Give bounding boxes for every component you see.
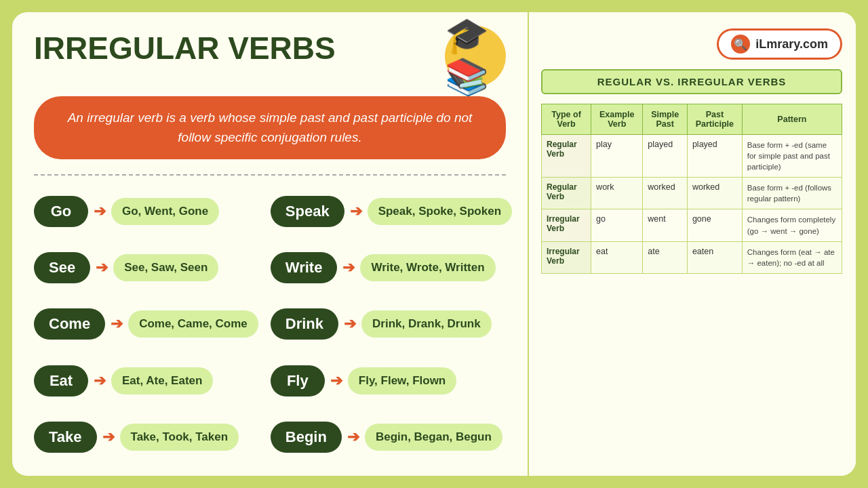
arrow-icon: ➔ — [342, 259, 355, 277]
col-type: Type of Verb — [542, 104, 591, 135]
verb-row: See ➔ See, Saw, Seen — [34, 243, 258, 292]
left-panel: IRREGULAR VERBS 🎓📚 An irregular verb is … — [12, 12, 528, 476]
arrow-icon: ➔ — [111, 315, 123, 333]
right-header-row: 🔍 iLmrary.com — [541, 28, 842, 60]
page-title: IRREGULAR VERBS — [34, 31, 336, 66]
verb-see: See — [34, 252, 90, 283]
cell-past-participle-1: played — [687, 135, 742, 178]
verb-forms-drink: Drink, Drank, Drunk — [361, 310, 492, 338]
title-block: IRREGULAR VERBS — [34, 31, 336, 66]
col-simple-past: Simple Past — [643, 104, 688, 135]
divider — [34, 174, 506, 176]
verb-row: Take ➔ Take, Took, Taken — [34, 413, 258, 462]
cell-example-3: go — [591, 209, 643, 241]
cell-type-3: Irregular Verb — [542, 209, 591, 241]
verb-forms-take: Take, Took, Taken — [120, 424, 239, 451]
verb-eat: Eat — [34, 365, 88, 396]
verb-forms-begin: Begin, Began, Begun — [365, 424, 502, 451]
table-row: Irregular Verb go went gone Changes form… — [542, 209, 842, 241]
right-panel: 🔍 iLmrary.com REGULAR VS. IRREGULAR VERB… — [528, 12, 856, 476]
cell-simple-past-3: went — [643, 209, 688, 241]
cell-past-participle-2: worked — [687, 178, 742, 209]
table-row: Regular Verb play played played Base for… — [542, 135, 842, 178]
verb-forms-eat: Eat, Ate, Eaten — [111, 367, 213, 394]
cell-example-4: eat — [591, 241, 643, 273]
arrow-icon: ➔ — [347, 428, 359, 446]
cell-type-1: Regular Verb — [542, 135, 591, 178]
col-past-participle: Past Participle — [687, 104, 742, 135]
cell-simple-past-2: worked — [643, 178, 688, 209]
verb-row: Begin ➔ Begin, Began, Begun — [271, 413, 512, 462]
verb-forms-go: Go, Went, Gone — [111, 198, 219, 225]
cell-type-4: Irregular Verb — [542, 241, 591, 273]
verb-forms-write: Write, Wrote, Written — [360, 254, 495, 281]
main-card: IRREGULAR VERBS 🎓📚 An irregular verb is … — [12, 12, 856, 476]
verb-row: Go ➔ Go, Went, Gone — [34, 186, 258, 236]
cell-pattern-4: Changes form (eat → ate → eaten); no -ed… — [742, 241, 842, 273]
col-example: Example Verb — [591, 104, 643, 135]
arrow-icon: ➔ — [350, 203, 362, 220]
mascot-icon: 🎓📚 — [445, 26, 506, 87]
definition-box: An irregular verb is a verb whose simple… — [34, 96, 506, 159]
cell-example-1: play — [591, 135, 643, 178]
arrow-icon: ➔ — [102, 428, 115, 446]
verb-forms-see: See, Saw, Seen — [113, 254, 218, 281]
table-header-row: Type of Verb Example Verb Simple Past Pa… — [542, 104, 842, 135]
verb-forms-come: Come, Came, Come — [128, 310, 258, 338]
brand-text: iLmrary.com — [755, 37, 828, 52]
table-row: Regular Verb work worked worked Base for… — [542, 178, 842, 209]
cell-simple-past-1: played — [643, 135, 688, 178]
cell-past-participle-4: eaten — [687, 241, 742, 273]
cell-past-participle-3: gone — [687, 209, 742, 241]
cell-pattern-3: Changes form completely (go → went → gon… — [742, 209, 842, 241]
table-row: Irregular Verb eat ate eaten Changes for… — [542, 241, 842, 273]
verb-grid: Go ➔ Go, Went, Gone Speak ➔ Speak, Spoke… — [34, 186, 506, 462]
arrow-icon: ➔ — [94, 203, 106, 220]
arrow-icon: ➔ — [96, 259, 108, 277]
definition-text: An irregular verb is a verb whose simple… — [68, 110, 473, 144]
verb-comparison-table: Type of Verb Example Verb Simple Past Pa… — [541, 104, 842, 274]
cell-simple-past-4: ate — [643, 241, 688, 273]
verb-forms-fly: Fly, Flew, Flown — [348, 367, 456, 394]
verb-fly: Fly — [271, 365, 325, 396]
verb-begin: Begin — [271, 422, 342, 453]
search-icon: 🔍 — [731, 35, 750, 54]
verb-forms-speak: Speak, Spoke, Spoken — [368, 198, 512, 225]
arrow-icon: ➔ — [344, 315, 356, 333]
verb-row: Drink ➔ Drink, Drank, Drunk — [271, 300, 512, 349]
col-pattern: Pattern — [742, 104, 842, 135]
cell-example-2: work — [591, 178, 643, 209]
verb-row: Write ➔ Write, Wrote, Written — [271, 243, 512, 292]
cell-type-2: Regular Verb — [542, 178, 591, 209]
verb-go: Go — [34, 196, 88, 227]
verb-write: Write — [271, 252, 338, 283]
cell-pattern-2: Base form + -ed (follows regular pattern… — [742, 178, 842, 209]
verb-drink: Drink — [271, 308, 338, 340]
arrow-icon: ➔ — [94, 372, 106, 390]
verb-row: Speak ➔ Speak, Spoke, Spoken — [271, 186, 512, 236]
cell-pattern-1: Base form + -ed (same for simple past an… — [742, 135, 842, 178]
verb-speak: Speak — [271, 196, 344, 227]
verb-row: Fly ➔ Fly, Flew, Flown — [271, 356, 512, 405]
left-header: IRREGULAR VERBS 🎓📚 — [34, 31, 506, 87]
verb-row: Eat ➔ Eat, Ate, Eaten — [34, 356, 258, 405]
verb-come: Come — [34, 308, 105, 340]
verb-take: Take — [34, 422, 97, 453]
section-title: REGULAR VS. IRREGULAR VERBS — [541, 69, 842, 94]
arrow-icon: ➔ — [330, 372, 342, 390]
brand-badge: 🔍 iLmrary.com — [717, 28, 842, 60]
verb-row: Come ➔ Come, Came, Come — [34, 300, 258, 349]
